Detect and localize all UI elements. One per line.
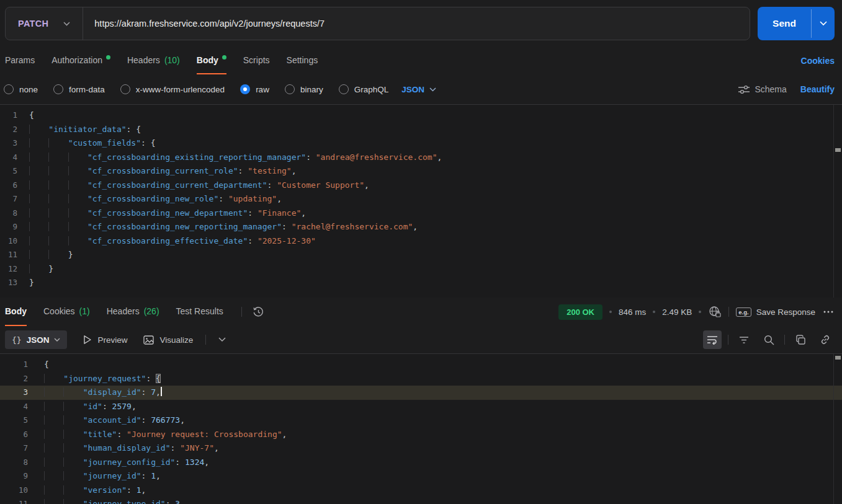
tab-authorization[interactable]: Authorization bbox=[52, 47, 110, 74]
line-number: 11 bbox=[0, 497, 28, 504]
code-line[interactable]: 6 "cf_crossboarding_current_department":… bbox=[0, 179, 842, 193]
code-line[interactable]: 4 "cf_crossboarding_existing_reporting_m… bbox=[0, 151, 842, 165]
wrap-text-button[interactable] bbox=[703, 330, 722, 349]
copy-button[interactable] bbox=[791, 330, 810, 349]
tab-headers[interactable]: Headers(10) bbox=[127, 47, 180, 74]
body-type-form-data[interactable]: form-data bbox=[53, 84, 105, 94]
code-line[interactable]: 4 "id": 2579, bbox=[0, 400, 842, 414]
send-button[interactable]: Send bbox=[758, 7, 835, 40]
status-badge[interactable]: 200 OK bbox=[558, 304, 602, 320]
code-line[interactable]: 8 "cf_crossboarding_new_department": "Fi… bbox=[0, 206, 842, 221]
tab-label: Body bbox=[197, 55, 218, 65]
send-button-label[interactable]: Send bbox=[758, 18, 811, 29]
code-text: "journey_id": 1, bbox=[44, 469, 161, 484]
code-line[interactable]: 5 "account_id": 766773, bbox=[0, 413, 842, 428]
radio-button[interactable] bbox=[53, 84, 63, 94]
link-button[interactable] bbox=[816, 330, 835, 349]
body-type-none[interactable]: none bbox=[4, 84, 38, 94]
response-body-editor[interactable]: 1{2 "journey_request": {3 "display_id": … bbox=[0, 353, 842, 504]
schema-button[interactable]: Schema bbox=[738, 84, 786, 94]
body-type-x-www-form-urlencoded[interactable]: x-www-form-urlencoded bbox=[120, 84, 225, 94]
request-editor-scrollbar[interactable] bbox=[833, 105, 842, 298]
url-field: PATCH https://akram.freshservice.com/api… bbox=[5, 7, 750, 40]
more-views-chevron-down-icon[interactable] bbox=[218, 337, 226, 342]
radio-button[interactable] bbox=[285, 84, 295, 94]
filter-button[interactable] bbox=[735, 330, 753, 349]
play-icon bbox=[83, 335, 92, 345]
code-line[interactable]: 3 "display_id": 7, bbox=[0, 386, 842, 400]
request-body-editor[interactable]: 1{2 "initiator_data": {3 "custom_fields"… bbox=[0, 104, 842, 298]
body-type-label: x-www-form-urlencoded bbox=[136, 85, 225, 94]
tools-divider bbox=[728, 335, 728, 345]
tab-label: Settings bbox=[287, 55, 318, 65]
body-type-graphql[interactable]: GraphQL bbox=[339, 84, 389, 94]
response-size[interactable]: 2.49 KB bbox=[662, 307, 692, 317]
tab-label: Test Results bbox=[176, 306, 223, 316]
method-chevron-down-icon[interactable] bbox=[48, 22, 83, 26]
code-text: "initiator_data": { bbox=[29, 123, 141, 137]
body-type-binary[interactable]: binary bbox=[285, 84, 323, 94]
code-line[interactable]: 2 "journey_request": { bbox=[0, 372, 842, 386]
response-format-select[interactable]: {} JSON bbox=[5, 330, 67, 349]
response-tab-test-results[interactable]: Test Results bbox=[176, 298, 223, 326]
response-tab-headers[interactable]: Headers(26) bbox=[107, 298, 159, 326]
code-line[interactable]: 5 "cf_crossboarding_current_role": "test… bbox=[0, 164, 842, 179]
tab-count: (26) bbox=[144, 306, 159, 316]
preview-button[interactable]: Preview bbox=[83, 335, 127, 345]
code-line[interactable]: 12 } bbox=[0, 262, 842, 276]
tab-count: (1) bbox=[79, 306, 90, 316]
code-line[interactable]: 10 "cf_crossboarding_effective_date": "2… bbox=[0, 234, 842, 249]
more-actions-icon[interactable] bbox=[822, 306, 835, 318]
method-selector[interactable]: PATCH bbox=[6, 19, 48, 29]
response-tab-body[interactable]: Body bbox=[5, 298, 27, 326]
radio-button[interactable] bbox=[4, 84, 14, 94]
code-line[interactable]: 1{ bbox=[0, 108, 842, 123]
save-response-label: Save Response bbox=[756, 307, 815, 317]
tab-params[interactable]: Params bbox=[5, 47, 35, 74]
code-line[interactable]: 11 "journey_type_id": 3 bbox=[0, 497, 842, 504]
raw-language-label[interactable]: JSON bbox=[401, 85, 424, 94]
tab-settings[interactable]: Settings bbox=[287, 47, 318, 74]
matched-bracket: { bbox=[156, 374, 161, 383]
url-input[interactable]: https://akram.freshservice.com/api/v2/jo… bbox=[83, 19, 325, 29]
cookies-link[interactable]: Cookies bbox=[801, 56, 835, 66]
tab-count: (10) bbox=[164, 55, 180, 65]
code-line[interactable]: 9 "cf_crossboarding_new_reporting_manage… bbox=[0, 220, 842, 234]
tab-scripts[interactable]: Scripts bbox=[243, 47, 270, 74]
response-tabs-divider bbox=[241, 307, 242, 317]
code-line[interactable]: 8 "journey_config_id": 1324, bbox=[0, 456, 842, 470]
network-info-globe-lock-icon[interactable] bbox=[708, 306, 722, 318]
code-text: "cf_crossboarding_current_department": "… bbox=[29, 179, 369, 193]
response-tab-cookies[interactable]: Cookies(1) bbox=[43, 298, 90, 326]
raw-language-select[interactable]: JSON bbox=[401, 85, 436, 94]
body-type-raw[interactable]: raw bbox=[240, 84, 269, 94]
line-number: 1 bbox=[0, 358, 28, 372]
code-line[interactable]: 10 "version": 1, bbox=[0, 484, 842, 498]
tab-body[interactable]: Body bbox=[197, 47, 226, 74]
radio-button[interactable] bbox=[120, 84, 130, 94]
response-editor-scrollbar[interactable] bbox=[833, 354, 842, 504]
request-editor-scroll-thumb[interactable] bbox=[835, 148, 841, 152]
code-line[interactable]: 7 "human_display_id": "JNY-7", bbox=[0, 441, 842, 456]
meta-divider bbox=[728, 307, 729, 317]
save-response-button[interactable]: e.g. Save Response bbox=[736, 307, 815, 317]
code-line[interactable]: 7 "cf_crossboarding_new_role": "updating… bbox=[0, 192, 842, 206]
code-line[interactable]: 3 "custom_fields": { bbox=[0, 136, 842, 151]
code-line[interactable]: 1{ bbox=[0, 358, 842, 372]
response-editor-scroll-thumb[interactable] bbox=[835, 356, 841, 360]
response-time[interactable]: 846 ms bbox=[619, 307, 646, 317]
visualize-button[interactable]: Visualize bbox=[143, 335, 193, 345]
response-editor-tools bbox=[703, 330, 835, 349]
code-line[interactable]: 13} bbox=[0, 276, 842, 290]
radio-button[interactable] bbox=[240, 84, 250, 94]
line-number: 4 bbox=[0, 400, 28, 414]
send-options-chevron-down-icon[interactable] bbox=[812, 21, 835, 26]
history-icon[interactable] bbox=[252, 306, 265, 319]
code-line[interactable]: 11 } bbox=[0, 248, 842, 262]
search-button[interactable] bbox=[759, 330, 778, 349]
radio-button[interactable] bbox=[339, 84, 349, 94]
code-line[interactable]: 2 "initiator_data": { bbox=[0, 123, 842, 137]
code-line[interactable]: 9 "journey_id": 1, bbox=[0, 469, 842, 484]
beautify-button[interactable]: Beautify bbox=[800, 84, 835, 94]
code-line[interactable]: 6 "title": "Journey request: Crossboardi… bbox=[0, 428, 842, 442]
